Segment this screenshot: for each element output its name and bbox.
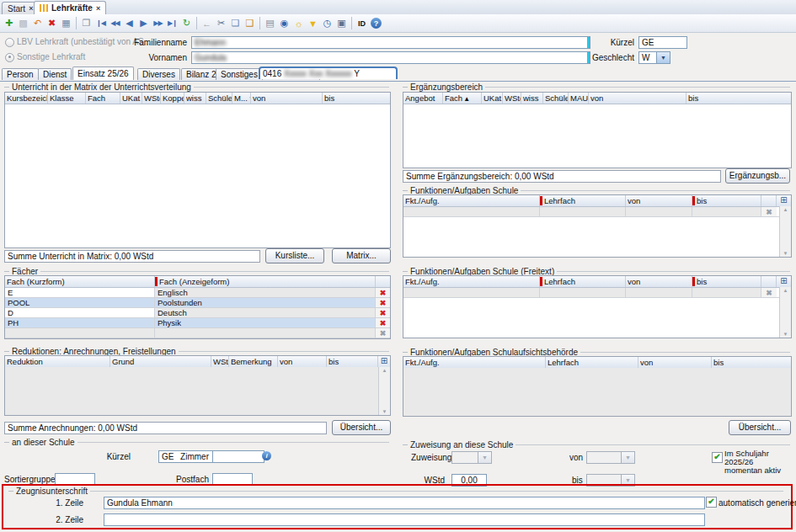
zuweisung-select[interactable]: ▼ — [451, 451, 492, 464]
matrix-button[interactable]: Matrix... — [332, 248, 391, 263]
chevron-down-icon[interactable]: ▼ — [657, 51, 670, 64]
col-schueler[interactable]: Schüler — [543, 93, 569, 104]
save-icon[interactable]: ▩ — [16, 16, 30, 30]
cut-icon[interactable]: ✂ — [214, 16, 228, 30]
col-angebot[interactable]: Angebot — [403, 93, 443, 104]
delete-record-icon[interactable]: ✖ — [45, 16, 59, 30]
scroll-up-icon[interactable]: ▲ — [783, 288, 788, 293]
close-icon[interactable]: × — [96, 4, 100, 13]
fach-kurz[interactable]: E — [5, 288, 155, 298]
zimmer-input[interactable] — [212, 450, 264, 463]
copy-record-icon[interactable]: ❐ — [79, 16, 93, 30]
radio-lbv-lehrkraft[interactable] — [5, 38, 14, 47]
col-wiss[interactable]: wiss — [184, 93, 206, 104]
id-icon[interactable]: ID — [355, 16, 369, 30]
cell-fkt[interactable] — [403, 207, 540, 217]
col-bis[interactable]: bis — [327, 356, 378, 367]
col-von[interactable]: von — [251, 93, 323, 104]
radio-sonstige-lehrkraft[interactable] — [5, 53, 14, 62]
edit-table-icon[interactable]: ▦ — [59, 16, 73, 30]
col-fach[interactable]: Fach — [86, 93, 120, 104]
col-fkt-aufg[interactable]: Fkt./Aufg. — [403, 195, 540, 206]
col-fach-kurzform[interactable]: Fach (Kurzform) — [5, 276, 155, 287]
col-ukat[interactable]: UKat — [482, 93, 503, 104]
col-schueler[interactable]: Schüler — [206, 93, 232, 104]
cell-lehrfach[interactable] — [540, 207, 626, 217]
uebersicht-funktionen-button[interactable]: Übersicht... — [729, 420, 791, 435]
schuljahr-aktiv-checkbox[interactable]: ✔ — [712, 452, 723, 463]
info-icon[interactable]: i — [262, 451, 271, 460]
tab-sonstiges[interactable]: Sonstiges — [216, 68, 263, 80]
previous-fast-icon[interactable]: ◀◀ — [108, 16, 122, 30]
col-mau[interactable]: MAU — [569, 93, 589, 104]
col-bis[interactable]: bis — [323, 93, 390, 104]
col-wstd[interactable]: WStd — [503, 93, 521, 104]
print-icon[interactable]: ▤ — [263, 16, 277, 30]
delete-row-icon[interactable]: ✖ — [376, 288, 390, 298]
faecher-row-empty[interactable]: ✖ — [5, 328, 390, 338]
col-kursbezeichnung[interactable]: Kursbezeichn... — [5, 93, 48, 104]
col-wstd[interactable]: WStd — [211, 356, 229, 367]
col-von[interactable]: von — [626, 195, 692, 206]
scroll-up-icon[interactable]: ▲ — [382, 368, 387, 373]
preview-icon[interactable]: ◉ — [277, 16, 291, 30]
cell-bis[interactable] — [692, 288, 761, 298]
fach-kurz[interactable]: D — [5, 308, 155, 318]
first-record-icon[interactable]: ❙◀ — [93, 16, 108, 30]
add-row-icon[interactable]: ⊞ — [777, 276, 791, 287]
col-von[interactable]: von — [589, 93, 686, 104]
cell-bis[interactable] — [692, 207, 761, 217]
new-record-icon[interactable]: ✚ — [2, 16, 16, 30]
add-row-icon[interactable]: ⊞ — [378, 356, 390, 367]
cell-lehrfach[interactable] — [540, 288, 626, 298]
ergaenzungsbereich-button[interactable]: Ergänzungsb... — [725, 168, 790, 184]
kursliste-button[interactable]: Kursliste... — [265, 248, 324, 263]
col-bemerkung[interactable]: Bemerkung — [229, 356, 278, 367]
faecher-row[interactable]: POOL Poolstunden ✖ — [5, 298, 390, 308]
col-wstd[interactable]: WStd — [142, 93, 161, 104]
col-bis[interactable]: bis — [692, 195, 761, 206]
funktionen-row-empty[interactable]: ✖ — [403, 288, 791, 298]
tip-icon[interactable]: ☼ — [291, 16, 306, 30]
delete-row-icon[interactable]: ✖ — [376, 308, 390, 318]
col-grund[interactable]: Grund — [110, 356, 211, 367]
fach-kurz[interactable]: PH — [5, 318, 155, 328]
faecher-row[interactable]: PH Physik ✖ — [5, 318, 390, 328]
geschlecht-select[interactable]: W ▼ — [638, 51, 670, 64]
zuweisung-von-select[interactable]: ▼ — [586, 451, 635, 464]
col-bis[interactable]: bis — [692, 276, 761, 287]
col-von[interactable]: von — [626, 276, 692, 287]
scroll-up-icon[interactable]: ▲ — [783, 207, 788, 212]
col-von[interactable]: von — [278, 356, 327, 367]
col-bis[interactable]: bis — [712, 357, 791, 368]
previous-record-icon[interactable]: ◀ — [122, 16, 136, 30]
school-number-box[interactable]: 0416 Xxxxx Xxx Xxxxxx Y — [259, 66, 398, 79]
vertical-scrollbar[interactable]: ▲ ▼ — [378, 367, 390, 415]
cell-fkt[interactable] — [403, 288, 540, 298]
col-klasse[interactable]: Klasse — [48, 93, 86, 104]
undo-icon[interactable]: ↶ — [30, 16, 45, 30]
vertical-scrollbar[interactable]: ▲ ▼ — [779, 206, 791, 257]
paste-icon[interactable]: ❑ — [243, 16, 257, 30]
vornamen-input[interactable]: Gundula — [191, 51, 590, 64]
vertical-scrollbar[interactable]: ▲ ▼ — [779, 287, 791, 338]
cell-von[interactable] — [626, 288, 692, 298]
add-row-icon[interactable]: ⊞ — [777, 195, 791, 206]
help-icon[interactable]: ? — [369, 16, 383, 30]
col-lehrfach[interactable]: Lehrfach — [546, 357, 638, 368]
funktionen-row-empty[interactable]: ✖ — [403, 207, 791, 217]
col-m-sort[interactable]: M... ▾ — [232, 93, 251, 104]
col-fkt-aufg[interactable]: Fkt./Aufg. — [403, 357, 546, 368]
uebersicht-reduktionen-button[interactable]: Übersicht... — [332, 420, 391, 435]
faecher-row[interactable]: D Deutsch ✖ — [5, 308, 390, 318]
col-wiss[interactable]: wiss — [521, 93, 543, 104]
kuerzel-input[interactable]: GE — [638, 36, 687, 49]
delete-row-icon[interactable]: ✖ — [376, 298, 390, 308]
col-ukat[interactable]: UKat — [120, 93, 142, 104]
tab-einsatz[interactable]: Einsatz 25/26 — [72, 66, 134, 80]
delete-row-icon[interactable]: ✖ — [376, 318, 390, 328]
col-fkt-aufg[interactable]: Fkt./Aufg. — [403, 276, 540, 287]
next-fast-icon[interactable]: ▶▶ — [151, 16, 165, 30]
cell-von[interactable] — [626, 207, 692, 217]
col-fach-sorted[interactable]: Fach ▴ — [443, 93, 482, 104]
